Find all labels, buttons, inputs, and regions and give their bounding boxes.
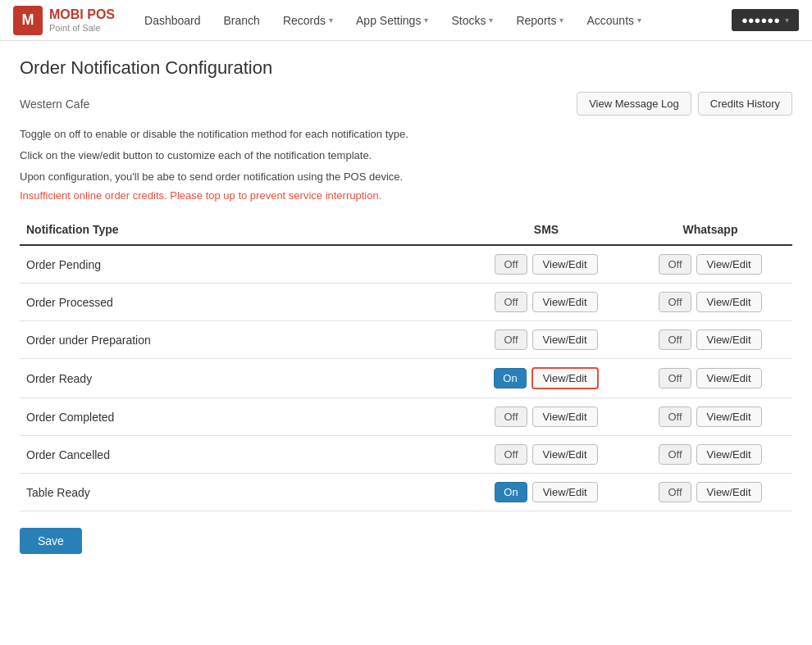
navbar: M MOBI POS Point of Sale Dashboard Branc… xyxy=(0,0,812,41)
table-row: Order ReadyOnView/EditOffView/Edit xyxy=(20,359,792,398)
notification-type-cell: Order Processed xyxy=(20,284,464,321)
nav-accounts[interactable]: Accounts ▾ xyxy=(577,9,651,32)
view-message-log-button[interactable]: View Message Log xyxy=(577,92,691,116)
notification-type-cell: Order Ready xyxy=(20,359,464,398)
nav-records[interactable]: Records ▾ xyxy=(273,9,343,32)
action-buttons: View Message Log Credits History xyxy=(577,92,792,116)
whatsapp-view-edit-6[interactable]: View/Edit xyxy=(696,482,762,502)
appsettings-chevron-icon: ▾ xyxy=(424,16,428,25)
brand-logo[interactable]: M MOBI POS Point of Sale xyxy=(13,6,115,35)
venue-name: Western Cafe xyxy=(20,98,89,111)
whatsapp-view-edit-4[interactable]: View/Edit xyxy=(696,407,762,427)
sms-view-edit-6[interactable]: View/Edit xyxy=(532,482,598,502)
nav-stocks[interactable]: Stocks ▾ xyxy=(441,9,503,32)
notification-type-cell: Order Completed xyxy=(20,398,464,436)
records-chevron-icon: ▾ xyxy=(329,16,333,25)
whatsapp-toggle-3[interactable]: Off xyxy=(659,368,691,388)
whatsapp-toggle-6[interactable]: Off xyxy=(659,482,691,502)
table-row: Order CompletedOffView/EditOffView/Edit xyxy=(20,398,792,436)
table-row: Order ProcessedOffView/EditOffView/Edit xyxy=(20,284,792,321)
whatsapp-toggle-1[interactable]: Off xyxy=(659,292,691,312)
nav-reports[interactable]: Reports ▾ xyxy=(506,9,573,32)
sms-toggle-5[interactable]: Off xyxy=(495,444,527,465)
credits-history-button[interactable]: Credits History xyxy=(698,92,792,116)
sms-view-edit-3[interactable]: View/Edit xyxy=(531,367,599,389)
page-content: Order Notification Configuration Western… xyxy=(0,41,812,570)
info-line1: Toggle on off to enable or disable the n… xyxy=(20,125,792,143)
brand-title: MOBI POS xyxy=(49,7,115,22)
user-chevron-icon: ▾ xyxy=(785,16,789,25)
col-sms: SMS xyxy=(464,215,628,245)
whatsapp-view-edit-2[interactable]: View/Edit xyxy=(696,329,762,350)
notification-table: Notification Type SMS Whatsapp Order Pen… xyxy=(20,215,792,511)
nav-app-settings[interactable]: App Settings ▾ xyxy=(346,9,438,32)
table-row: Table ReadyOnView/EditOffView/Edit xyxy=(20,474,792,511)
notification-type-cell: Table Ready xyxy=(20,474,464,511)
info-line3: Upon configuration, you'll be abe to sen… xyxy=(20,168,792,186)
col-notification-type: Notification Type xyxy=(20,215,464,245)
sms-view-edit-5[interactable]: View/Edit xyxy=(532,444,598,465)
table-row: Order PendingOffView/EditOffView/Edit xyxy=(20,245,792,284)
nav-user[interactable]: ●●●●●● ▾ xyxy=(732,9,799,31)
sms-view-edit-2[interactable]: View/Edit xyxy=(532,329,598,350)
whatsapp-toggle-5[interactable]: Off xyxy=(659,444,691,465)
col-whatsapp: Whatsapp xyxy=(628,215,792,245)
notification-type-cell: Order under Preparation xyxy=(20,321,464,359)
sms-view-edit-4[interactable]: View/Edit xyxy=(532,407,598,427)
save-button[interactable]: Save xyxy=(20,528,82,554)
sms-toggle-2[interactable]: Off xyxy=(495,329,527,350)
whatsapp-view-edit-3[interactable]: View/Edit xyxy=(696,368,762,388)
whatsapp-view-edit-5[interactable]: View/Edit xyxy=(696,444,762,465)
nav-branch[interactable]: Branch xyxy=(214,9,270,32)
sms-toggle-3[interactable]: On xyxy=(494,368,526,388)
nav-dashboard[interactable]: Dashboard xyxy=(135,9,211,32)
warning-text: Insufficient online order credits. Pleas… xyxy=(20,189,792,202)
whatsapp-toggle-4[interactable]: Off xyxy=(659,407,691,427)
sms-view-edit-0[interactable]: View/Edit xyxy=(532,254,598,275)
user-label: ●●●●●● xyxy=(741,14,780,26)
whatsapp-toggle-0[interactable]: Off xyxy=(659,254,691,275)
reports-chevron-icon: ▾ xyxy=(559,16,563,25)
sub-header: Western Cafe View Message Log Credits Hi… xyxy=(20,92,792,116)
sms-view-edit-1[interactable]: View/Edit xyxy=(532,292,598,312)
sms-toggle-6[interactable]: On xyxy=(495,482,527,502)
info-line2: Click on the view/edit button to customi… xyxy=(20,147,792,165)
table-row: Order CancelledOffView/EditOffView/Edit xyxy=(20,436,792,474)
accounts-chevron-icon: ▾ xyxy=(637,16,641,25)
notification-type-cell: Order Cancelled xyxy=(20,436,464,474)
sms-toggle-0[interactable]: Off xyxy=(495,254,527,275)
table-row: Order under PreparationOffView/EditOffVi… xyxy=(20,321,792,359)
page-title: Order Notification Configuration xyxy=(20,57,792,79)
notification-type-cell: Order Pending xyxy=(20,245,464,284)
whatsapp-view-edit-0[interactable]: View/Edit xyxy=(696,254,762,275)
brand-subtitle: Point of Sale xyxy=(49,23,115,34)
sms-toggle-4[interactable]: Off xyxy=(495,407,527,427)
nav-links: Dashboard Branch Records ▾ App Settings … xyxy=(135,9,732,32)
whatsapp-toggle-2[interactable]: Off xyxy=(659,329,691,350)
whatsapp-view-edit-1[interactable]: View/Edit xyxy=(696,292,762,312)
brand-icon: M xyxy=(13,6,43,35)
sms-toggle-1[interactable]: Off xyxy=(495,292,527,312)
stocks-chevron-icon: ▾ xyxy=(489,16,493,25)
